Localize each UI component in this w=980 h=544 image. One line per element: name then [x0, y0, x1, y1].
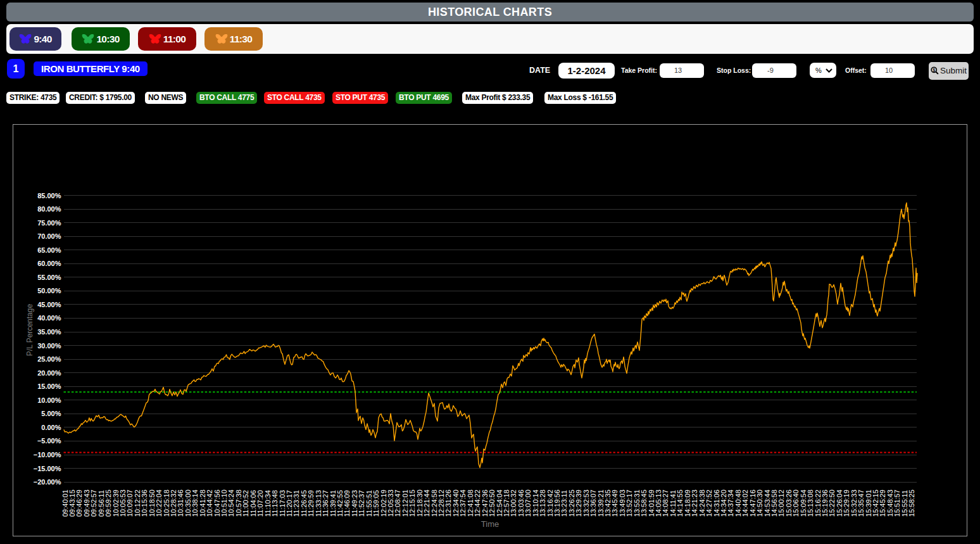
svg-text:13:13:28: 13:13:28	[539, 490, 546, 517]
svg-text:12:34:40: 12:34:40	[452, 490, 460, 517]
svg-text:Time: Time	[481, 519, 499, 529]
svg-text:09:52:57: 09:52:57	[90, 490, 97, 517]
svg-text:14:08:27: 14:08:27	[662, 490, 669, 517]
svg-text:13:16:42: 13:16:42	[546, 490, 554, 517]
svg-text:10:12:22: 10:12:22	[134, 490, 141, 517]
svg-text:11:17:03: 11:17:03	[279, 490, 286, 517]
svg-text:10:09:07: 10:09:07	[126, 490, 134, 517]
svg-text:11:42:55: 11:42:55	[336, 490, 344, 517]
svg-text:13:55:31: 13:55:31	[633, 490, 641, 517]
svg-text:14:50:30: 14:50:30	[756, 490, 763, 517]
svg-text:14:37:34: 14:37:34	[727, 490, 734, 517]
svg-text:13:49:03: 13:49:03	[619, 490, 626, 517]
svg-text:13:32:53: 13:32:53	[582, 490, 590, 517]
svg-text:11:26:45: 11:26:45	[300, 490, 308, 517]
svg-text:14:56:58: 14:56:58	[770, 490, 778, 517]
svg-text:10:15:36: 10:15:36	[141, 490, 148, 517]
svg-text:10:05:53: 10:05:53	[119, 490, 127, 517]
svg-text:10:41:28: 10:41:28	[199, 490, 206, 517]
svg-text:11:10:34: 11:10:34	[264, 490, 272, 517]
svg-text:12:28:12: 12:28:12	[437, 490, 445, 517]
svg-text:12:37:54: 12:37:54	[459, 490, 467, 517]
svg-text:15:45:29: 15:45:29	[879, 490, 886, 517]
svg-text:09:59:25: 09:59:25	[104, 490, 112, 517]
svg-text:12:54:04: 12:54:04	[496, 490, 503, 517]
svg-text:11:07:20: 11:07:20	[256, 490, 264, 517]
svg-text:−20.00%: −20.00%	[34, 478, 61, 486]
svg-text:15:58:25: 15:58:25	[908, 490, 915, 517]
svg-text:13:45:49: 13:45:49	[611, 490, 619, 517]
svg-text:12:05:33: 12:05:33	[387, 490, 394, 517]
svg-text:15:35:47: 15:35:47	[857, 490, 865, 517]
svg-text:35.00%: 35.00%	[37, 328, 61, 336]
svg-text:09:49:43: 09:49:43	[83, 490, 91, 517]
svg-text:15:48:43: 15:48:43	[886, 490, 894, 517]
svg-text:12:15:15: 12:15:15	[408, 490, 416, 517]
svg-text:14:44:02: 14:44:02	[741, 490, 749, 517]
svg-text:10:44:42: 10:44:42	[206, 490, 213, 517]
svg-text:30.00%: 30.00%	[37, 342, 61, 350]
svg-text:13:52:17: 13:52:17	[625, 490, 633, 517]
svg-text:65.00%: 65.00%	[37, 246, 61, 254]
svg-text:14:05:13: 14:05:13	[655, 490, 662, 517]
svg-text:14:31:06: 14:31:06	[713, 490, 720, 517]
svg-text:11:46:09: 11:46:09	[343, 490, 351, 517]
svg-text:55.00%: 55.00%	[37, 274, 61, 281]
svg-text:20.00%: 20.00%	[37, 369, 61, 377]
svg-text:09:43:15: 09:43:15	[68, 490, 76, 517]
svg-text:0.00%: 0.00%	[41, 424, 61, 431]
svg-text:13:10:14: 13:10:14	[532, 490, 539, 517]
svg-text:15:51:57: 15:51:57	[893, 490, 901, 517]
svg-text:−10.00%: −10.00%	[34, 451, 61, 459]
svg-text:45.00%: 45.00%	[37, 301, 61, 308]
svg-text:12:12:01: 12:12:01	[401, 490, 409, 517]
svg-text:09:56:11: 09:56:11	[97, 490, 105, 517]
svg-text:10:18:50: 10:18:50	[148, 490, 156, 517]
svg-text:13:23:11: 13:23:11	[560, 490, 568, 517]
svg-text:10:35:00: 10:35:00	[184, 490, 192, 517]
svg-text:10:22:04: 10:22:04	[155, 490, 163, 517]
svg-text:11:29:59: 11:29:59	[307, 490, 315, 517]
svg-text:5.00%: 5.00%	[41, 410, 61, 417]
svg-text:13:36:07: 13:36:07	[589, 490, 597, 517]
svg-text:14:53:44: 14:53:44	[763, 490, 771, 517]
svg-text:−5.00%: −5.00%	[37, 437, 61, 445]
svg-text:12:47:36: 12:47:36	[481, 490, 489, 517]
svg-text:13:39:21: 13:39:21	[597, 490, 605, 517]
svg-text:10.00%: 10.00%	[37, 396, 61, 404]
svg-text:12:21:44: 12:21:44	[423, 490, 430, 517]
svg-text:11:39:41: 11:39:41	[329, 490, 337, 517]
svg-text:12:44:22: 12:44:22	[474, 490, 481, 517]
svg-text:14:21:23: 14:21:23	[691, 490, 698, 517]
svg-text:10:51:10: 10:51:10	[220, 490, 228, 517]
svg-text:85.00%: 85.00%	[37, 192, 61, 199]
svg-text:13:07:00: 13:07:00	[524, 490, 532, 517]
svg-text:10:47:56: 10:47:56	[213, 490, 221, 517]
svg-text:14:18:09: 14:18:09	[684, 490, 691, 517]
svg-text:11:55:51: 11:55:51	[365, 490, 373, 517]
svg-text:50.00%: 50.00%	[37, 287, 61, 294]
svg-text:09:40:01: 09:40:01	[61, 490, 69, 517]
svg-text:14:40:48: 14:40:48	[734, 490, 742, 517]
svg-text:10:28:32: 10:28:32	[170, 490, 177, 517]
svg-text:10:54:24: 10:54:24	[227, 490, 235, 517]
svg-text:14:14:55: 14:14:55	[676, 490, 684, 517]
svg-text:15:19:36: 15:19:36	[821, 490, 829, 517]
svg-text:12:24:58: 12:24:58	[430, 490, 438, 517]
svg-text:15:03:26: 15:03:26	[785, 490, 793, 517]
svg-text:P/L Percentage: P/L Percentage	[25, 304, 34, 357]
svg-text:12:18:30: 12:18:30	[416, 490, 424, 517]
svg-text:13:00:32: 13:00:32	[510, 490, 517, 517]
svg-text:14:24:38: 14:24:38	[698, 490, 706, 517]
svg-text:12:08:47: 12:08:47	[394, 490, 401, 517]
svg-text:14:27:52: 14:27:52	[705, 490, 713, 517]
svg-text:11:36:27: 11:36:27	[322, 490, 329, 517]
svg-text:11:04:06: 11:04:06	[249, 490, 257, 517]
svg-text:15:26:04: 15:26:04	[836, 490, 843, 517]
svg-text:80.00%: 80.00%	[37, 205, 61, 213]
svg-text:13:58:45: 13:58:45	[640, 490, 648, 517]
svg-text:11:23:31: 11:23:31	[292, 490, 300, 517]
svg-text:60.00%: 60.00%	[37, 260, 61, 267]
svg-text:13:03:46: 13:03:46	[517, 490, 525, 517]
svg-text:$: $	[933, 68, 935, 73]
